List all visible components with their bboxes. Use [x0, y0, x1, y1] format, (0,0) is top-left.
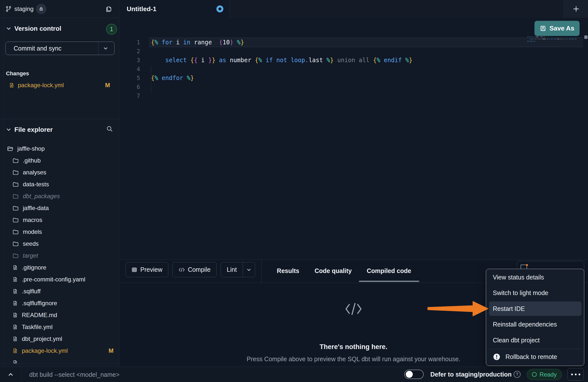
- file-item[interactable]: Taskfile.yml: [0, 321, 119, 333]
- chevron-down-icon[interactable]: [243, 267, 255, 272]
- menu-item-reinstall-dependencies[interactable]: Reinstall dependencies: [489, 317, 582, 332]
- defer-label: Defer to staging/production: [430, 367, 512, 382]
- file-item[interactable]: .pre-commit-config.yaml: [0, 273, 119, 285]
- empty-state-description: Press Compile above to preview the SQL d…: [247, 355, 460, 363]
- search-icon[interactable]: [106, 125, 113, 132]
- file-item[interactable]: .sqlfluff: [0, 285, 119, 297]
- compile-label: Compile: [188, 266, 211, 273]
- alert-icon: [493, 353, 500, 361]
- branch-selector[interactable]: staging: [5, 0, 46, 18]
- file-item[interactable]: jaffle-shop: [0, 143, 119, 155]
- preview-label: Preview: [140, 266, 162, 273]
- file-item-label: macros: [23, 217, 119, 223]
- code-line: {% for i in range (10) %}: [151, 38, 244, 47]
- branch-name: staging: [14, 5, 33, 12]
- line-number: 3: [119, 56, 140, 65]
- editor-scrollbar-thumb[interactable]: [584, 35, 588, 39]
- file-item[interactable]: .github: [0, 155, 119, 166]
- file-item[interactable]: README.md: [0, 309, 119, 321]
- file-icon: [12, 360, 18, 364]
- file-tree: jaffle-shop.githubanalysesdata-testsdbt_…: [0, 143, 119, 364]
- menu-item-restart-ide[interactable]: Restart IDE: [489, 301, 582, 316]
- copy-icon[interactable]: [105, 5, 113, 13]
- file-item[interactable]: models: [0, 226, 119, 238]
- lint-label: Lint: [221, 266, 243, 273]
- section-divider: [0, 119, 119, 119]
- minimap-line: {% endfor %}: [527, 41, 535, 42]
- chevron-down-icon: [6, 127, 11, 132]
- statusbar-divider: [21, 367, 21, 382]
- file-item[interactable]: seeds: [0, 238, 119, 250]
- file-item[interactable]: macros: [0, 214, 119, 226]
- command-input[interactable]: dbt build --select <model_name>: [29, 367, 119, 382]
- file-explorer-title: File explorer: [14, 126, 53, 134]
- modified-status-badge: M: [105, 82, 110, 89]
- preview-button[interactable]: Preview: [125, 262, 168, 277]
- save-as-button[interactable]: Save As: [534, 21, 580, 36]
- folder-icon: [12, 169, 19, 176]
- save-as-label: Save As: [549, 25, 574, 32]
- compile-button[interactable]: Compile: [172, 262, 217, 277]
- menu-item-clean-dbt-project[interactable]: Clean dbt project: [489, 333, 582, 347]
- help-icon[interactable]: ?: [514, 371, 521, 378]
- tab-untitled-1[interactable]: Untitled-1: [119, 0, 230, 18]
- file-item[interactable]: package-lock.ymlM: [0, 345, 119, 357]
- sidebar: staging Version control 1 Commit and: [0, 0, 119, 367]
- file-item[interactable]: target: [0, 250, 119, 262]
- code-line: {% endfor %}: [151, 74, 194, 82]
- file-explorer-section-header[interactable]: File explorer: [0, 123, 119, 135]
- defer-toggle[interactable]: [404, 370, 424, 379]
- folder-icon: [12, 241, 19, 247]
- file-item[interactable]: data-tests: [0, 178, 119, 190]
- menu-item-switch-to-light-mode[interactable]: Switch to light mode: [489, 286, 582, 300]
- git-branch-icon: [5, 6, 12, 12]
- file-item[interactable]: [0, 357, 119, 364]
- menu-item-rollback-to-remote[interactable]: Rollback to remote: [489, 350, 582, 364]
- file-item[interactable]: analyses: [0, 166, 119, 178]
- tab-compiled-code[interactable]: Compiled code: [367, 260, 411, 282]
- file-item[interactable]: jaffle-data: [0, 202, 119, 214]
- file-item-label: README.md: [22, 312, 119, 319]
- version-control-title: Version control: [14, 25, 61, 32]
- tab-code-quality[interactable]: Code quality: [315, 260, 352, 282]
- folder-icon: [12, 252, 19, 259]
- file-item-label: .github: [23, 157, 119, 164]
- line-number: 4: [119, 65, 140, 74]
- lint-button[interactable]: Lint: [221, 262, 255, 277]
- file-item[interactable]: dbt_project.yml: [0, 333, 119, 345]
- version-control-section-header[interactable]: Version control: [0, 23, 119, 36]
- file-item[interactable]: dbt_packages: [0, 190, 119, 202]
- folder-icon: [12, 181, 19, 188]
- file-icon: [12, 324, 18, 330]
- status-badge[interactable]: Ready: [527, 369, 562, 380]
- menu-item-label: View status details: [493, 274, 544, 281]
- chevron-down-icon: [6, 26, 11, 31]
- menu-item-view-status-details[interactable]: View status details: [489, 270, 582, 284]
- minimap-line: select {{ i }} as number {% if not loop.…: [527, 38, 576, 40]
- commit-and-sync-button[interactable]: Commit and sync: [5, 42, 115, 55]
- unsaved-changes-dot-icon: [216, 5, 223, 12]
- chevron-down-icon[interactable]: [98, 46, 113, 51]
- code-editor[interactable]: 1{% for i in range (10) %}23 select {{ i…: [119, 37, 588, 260]
- toggle-knob: [406, 371, 413, 378]
- file-item[interactable]: .sqlfluffignore: [0, 297, 119, 309]
- changed-file-row[interactable]: package-lock.yml M: [3, 80, 116, 90]
- file-item[interactable]: .gitignore: [0, 262, 119, 273]
- line-number: 7: [119, 91, 140, 100]
- new-tab-button[interactable]: [564, 0, 588, 18]
- chevron-up-icon[interactable]: [6, 370, 15, 379]
- line-number: 6: [119, 82, 140, 91]
- empty-state-title: There's nothing here.: [320, 343, 387, 351]
- file-item-label: data-tests: [23, 181, 119, 188]
- file-item-label: models: [23, 228, 119, 235]
- file-item-label: dbt_project.yml: [22, 335, 119, 342]
- editor-minimap[interactable]: {% for i in range (10) %} select {{ i }}…: [527, 36, 583, 51]
- line-number: 1: [119, 38, 140, 47]
- modified-status-badge: M: [109, 347, 114, 354]
- code-icon: [178, 267, 185, 273]
- tab-results[interactable]: Results: [277, 260, 299, 282]
- more-options-button[interactable]: [567, 368, 584, 381]
- changes-label: Changes: [6, 70, 29, 77]
- file-item-label: .gitignore: [22, 264, 119, 271]
- file-item-label: package-lock.yml: [22, 347, 109, 354]
